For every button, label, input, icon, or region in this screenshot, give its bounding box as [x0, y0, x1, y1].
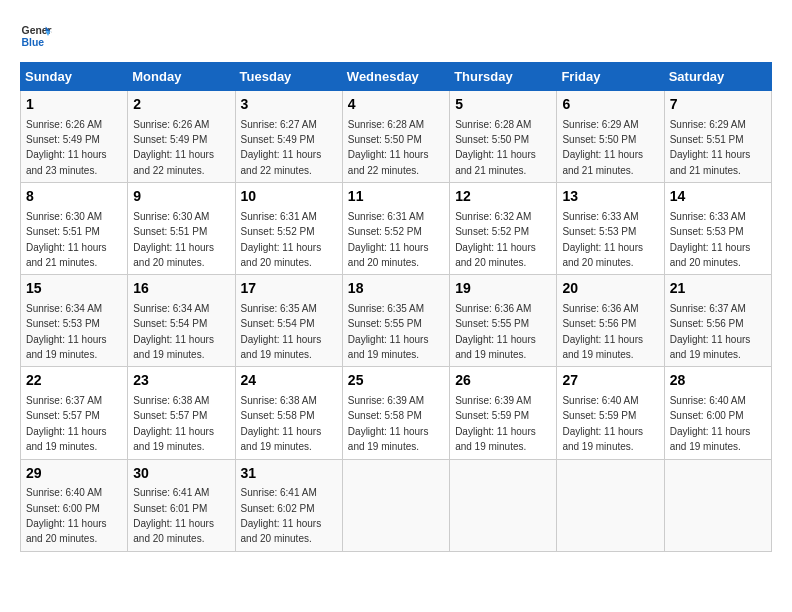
calendar-day: 12Sunrise: 6:32 AMSunset: 5:52 PMDayligh…	[450, 183, 557, 275]
day-number: 4	[348, 95, 444, 115]
day-info: Sunrise: 6:37 AMSunset: 5:56 PMDaylight:…	[670, 303, 751, 360]
day-number: 15	[26, 279, 122, 299]
calendar-day	[557, 459, 664, 551]
day-info: Sunrise: 6:30 AMSunset: 5:51 PMDaylight:…	[133, 211, 214, 268]
day-info: Sunrise: 6:33 AMSunset: 5:53 PMDaylight:…	[562, 211, 643, 268]
calendar-day: 4Sunrise: 6:28 AMSunset: 5:50 PMDaylight…	[342, 91, 449, 183]
day-info: Sunrise: 6:30 AMSunset: 5:51 PMDaylight:…	[26, 211, 107, 268]
logo-icon: General Blue	[20, 20, 52, 52]
day-number: 25	[348, 371, 444, 391]
day-info: Sunrise: 6:39 AMSunset: 5:58 PMDaylight:…	[348, 395, 429, 452]
calendar-day: 11Sunrise: 6:31 AMSunset: 5:52 PMDayligh…	[342, 183, 449, 275]
day-number: 31	[241, 464, 337, 484]
day-info: Sunrise: 6:26 AMSunset: 5:49 PMDaylight:…	[133, 119, 214, 176]
header-row: SundayMondayTuesdayWednesdayThursdayFrid…	[21, 63, 772, 91]
weekday-header: Sunday	[21, 63, 128, 91]
day-info: Sunrise: 6:38 AMSunset: 5:57 PMDaylight:…	[133, 395, 214, 452]
day-number: 21	[670, 279, 766, 299]
day-number: 13	[562, 187, 658, 207]
calendar-day: 29Sunrise: 6:40 AMSunset: 6:00 PMDayligh…	[21, 459, 128, 551]
calendar-day: 14Sunrise: 6:33 AMSunset: 5:53 PMDayligh…	[664, 183, 771, 275]
day-number: 8	[26, 187, 122, 207]
calendar-day: 20Sunrise: 6:36 AMSunset: 5:56 PMDayligh…	[557, 275, 664, 367]
day-number: 9	[133, 187, 229, 207]
calendar-day: 18Sunrise: 6:35 AMSunset: 5:55 PMDayligh…	[342, 275, 449, 367]
weekday-header: Tuesday	[235, 63, 342, 91]
day-number: 27	[562, 371, 658, 391]
day-info: Sunrise: 6:32 AMSunset: 5:52 PMDaylight:…	[455, 211, 536, 268]
svg-text:Blue: Blue	[22, 37, 45, 48]
day-info: Sunrise: 6:36 AMSunset: 5:56 PMDaylight:…	[562, 303, 643, 360]
calendar-day: 22Sunrise: 6:37 AMSunset: 5:57 PMDayligh…	[21, 367, 128, 459]
calendar-day: 27Sunrise: 6:40 AMSunset: 5:59 PMDayligh…	[557, 367, 664, 459]
calendar-day: 3Sunrise: 6:27 AMSunset: 5:49 PMDaylight…	[235, 91, 342, 183]
day-number: 24	[241, 371, 337, 391]
calendar-day	[450, 459, 557, 551]
day-number: 6	[562, 95, 658, 115]
day-info: Sunrise: 6:39 AMSunset: 5:59 PMDaylight:…	[455, 395, 536, 452]
calendar-day: 25Sunrise: 6:39 AMSunset: 5:58 PMDayligh…	[342, 367, 449, 459]
calendar-week: 1Sunrise: 6:26 AMSunset: 5:49 PMDaylight…	[21, 91, 772, 183]
calendar-day	[342, 459, 449, 551]
day-info: Sunrise: 6:37 AMSunset: 5:57 PMDaylight:…	[26, 395, 107, 452]
calendar-day: 30Sunrise: 6:41 AMSunset: 6:01 PMDayligh…	[128, 459, 235, 551]
day-number: 17	[241, 279, 337, 299]
day-info: Sunrise: 6:31 AMSunset: 5:52 PMDaylight:…	[241, 211, 322, 268]
day-info: Sunrise: 6:35 AMSunset: 5:54 PMDaylight:…	[241, 303, 322, 360]
day-info: Sunrise: 6:40 AMSunset: 6:00 PMDaylight:…	[26, 487, 107, 544]
calendar-week: 22Sunrise: 6:37 AMSunset: 5:57 PMDayligh…	[21, 367, 772, 459]
day-number: 16	[133, 279, 229, 299]
calendar-day: 17Sunrise: 6:35 AMSunset: 5:54 PMDayligh…	[235, 275, 342, 367]
calendar-day: 2Sunrise: 6:26 AMSunset: 5:49 PMDaylight…	[128, 91, 235, 183]
day-info: Sunrise: 6:40 AMSunset: 6:00 PMDaylight:…	[670, 395, 751, 452]
weekday-header: Monday	[128, 63, 235, 91]
calendar-week: 29Sunrise: 6:40 AMSunset: 6:00 PMDayligh…	[21, 459, 772, 551]
day-info: Sunrise: 6:41 AMSunset: 6:01 PMDaylight:…	[133, 487, 214, 544]
day-number: 5	[455, 95, 551, 115]
calendar-day: 9Sunrise: 6:30 AMSunset: 5:51 PMDaylight…	[128, 183, 235, 275]
calendar-day: 7Sunrise: 6:29 AMSunset: 5:51 PMDaylight…	[664, 91, 771, 183]
day-info: Sunrise: 6:38 AMSunset: 5:58 PMDaylight:…	[241, 395, 322, 452]
day-info: Sunrise: 6:35 AMSunset: 5:55 PMDaylight:…	[348, 303, 429, 360]
calendar-week: 8Sunrise: 6:30 AMSunset: 5:51 PMDaylight…	[21, 183, 772, 275]
day-info: Sunrise: 6:28 AMSunset: 5:50 PMDaylight:…	[455, 119, 536, 176]
calendar-day: 26Sunrise: 6:39 AMSunset: 5:59 PMDayligh…	[450, 367, 557, 459]
calendar-day: 5Sunrise: 6:28 AMSunset: 5:50 PMDaylight…	[450, 91, 557, 183]
calendar-day: 10Sunrise: 6:31 AMSunset: 5:52 PMDayligh…	[235, 183, 342, 275]
calendar-day: 19Sunrise: 6:36 AMSunset: 5:55 PMDayligh…	[450, 275, 557, 367]
calendar-day: 24Sunrise: 6:38 AMSunset: 5:58 PMDayligh…	[235, 367, 342, 459]
day-number: 29	[26, 464, 122, 484]
weekday-header: Friday	[557, 63, 664, 91]
day-number: 12	[455, 187, 551, 207]
calendar-header: SundayMondayTuesdayWednesdayThursdayFrid…	[21, 63, 772, 91]
calendar-day: 31Sunrise: 6:41 AMSunset: 6:02 PMDayligh…	[235, 459, 342, 551]
calendar-day: 8Sunrise: 6:30 AMSunset: 5:51 PMDaylight…	[21, 183, 128, 275]
day-number: 30	[133, 464, 229, 484]
calendar-day: 21Sunrise: 6:37 AMSunset: 5:56 PMDayligh…	[664, 275, 771, 367]
day-info: Sunrise: 6:31 AMSunset: 5:52 PMDaylight:…	[348, 211, 429, 268]
day-number: 3	[241, 95, 337, 115]
calendar-day: 23Sunrise: 6:38 AMSunset: 5:57 PMDayligh…	[128, 367, 235, 459]
day-info: Sunrise: 6:34 AMSunset: 5:53 PMDaylight:…	[26, 303, 107, 360]
day-number: 18	[348, 279, 444, 299]
calendar-day: 1Sunrise: 6:26 AMSunset: 5:49 PMDaylight…	[21, 91, 128, 183]
day-number: 20	[562, 279, 658, 299]
weekday-header: Wednesday	[342, 63, 449, 91]
calendar-body: 1Sunrise: 6:26 AMSunset: 5:49 PMDaylight…	[21, 91, 772, 552]
day-number: 14	[670, 187, 766, 207]
day-number: 19	[455, 279, 551, 299]
day-number: 2	[133, 95, 229, 115]
header: General Blue	[20, 20, 772, 52]
calendar-table: SundayMondayTuesdayWednesdayThursdayFrid…	[20, 62, 772, 552]
day-number: 22	[26, 371, 122, 391]
calendar-week: 15Sunrise: 6:34 AMSunset: 5:53 PMDayligh…	[21, 275, 772, 367]
day-info: Sunrise: 6:27 AMSunset: 5:49 PMDaylight:…	[241, 119, 322, 176]
calendar-day: 13Sunrise: 6:33 AMSunset: 5:53 PMDayligh…	[557, 183, 664, 275]
day-info: Sunrise: 6:33 AMSunset: 5:53 PMDaylight:…	[670, 211, 751, 268]
calendar-day: 6Sunrise: 6:29 AMSunset: 5:50 PMDaylight…	[557, 91, 664, 183]
day-number: 10	[241, 187, 337, 207]
day-info: Sunrise: 6:41 AMSunset: 6:02 PMDaylight:…	[241, 487, 322, 544]
day-info: Sunrise: 6:26 AMSunset: 5:49 PMDaylight:…	[26, 119, 107, 176]
weekday-header: Thursday	[450, 63, 557, 91]
calendar-day	[664, 459, 771, 551]
